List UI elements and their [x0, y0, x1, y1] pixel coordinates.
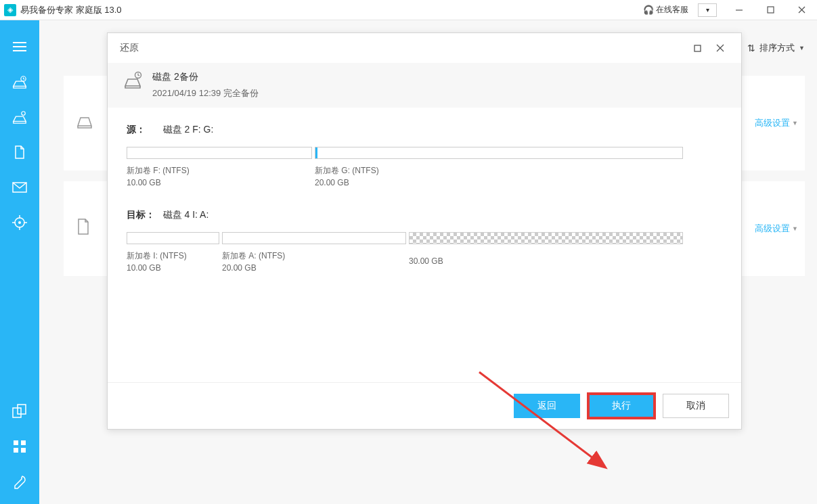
svg-rect-16	[21, 440, 26, 445]
backup-name: 磁盘 2备份	[152, 71, 259, 83]
online-support-link[interactable]: 🎧 在线客服	[643, 4, 688, 16]
dialog-footer: 返回 执行 取消	[108, 382, 741, 429]
caret-down-icon: ▼	[799, 45, 805, 51]
partition-name: 新加卷 G: (NTFS)	[315, 164, 683, 177]
disk-gear-icon	[12, 110, 27, 124]
sidebar-smart-backup[interactable]	[12, 215, 27, 230]
close-icon	[716, 44, 724, 52]
target-value: 磁盘 4 I: A:	[163, 209, 209, 220]
hamburger-icon	[13, 42, 26, 51]
grid-icon	[13, 440, 26, 453]
sidebar-disk-backup[interactable]	[12, 74, 27, 89]
maximize-icon	[767, 6, 774, 14]
dialog-header: 磁盘 2备份 2021/04/19 12:39 完全备份	[108, 63, 741, 108]
back-button[interactable]: 返回	[514, 394, 580, 418]
app-title: 易我备份专家 家庭版 13.0	[20, 4, 122, 16]
target-label: 目标：	[127, 209, 160, 221]
svg-rect-17	[14, 448, 18, 453]
dialog-titlebar: 还原	[108, 33, 741, 63]
target-partition-bar	[127, 232, 683, 244]
sidebar-file-backup[interactable]	[12, 145, 27, 160]
source-partition-bar	[127, 147, 683, 159]
advanced-label: 高级设置	[755, 223, 790, 235]
wrench-icon	[12, 474, 27, 489]
partition-size: 20.00 GB	[315, 177, 683, 189]
svg-rect-14	[18, 405, 26, 414]
partition-name: 新加卷 F: (NTFS)	[127, 164, 312, 177]
clone-icon	[12, 404, 27, 419]
partition-label: 新加卷 I: (NTFS) 10.00 GB	[127, 250, 219, 274]
partition-unallocated	[409, 232, 683, 244]
partition-size: 20.00 GB	[222, 262, 406, 274]
svg-point-5	[22, 112, 26, 116]
minimize-icon	[735, 6, 743, 14]
caret-down-icon: ▼	[792, 225, 798, 232]
sidebar-system-backup[interactable]	[12, 110, 27, 124]
cancel-label: 取消	[686, 400, 705, 412]
sort-button[interactable]: ⇅ 排序方式 ▼	[747, 42, 805, 54]
partition-label: 新加卷 F: (NTFS) 10.00 GB	[127, 164, 312, 189]
advanced-settings-link[interactable]: 高级设置 ▼	[755, 223, 798, 235]
caret-down-icon: ▼	[792, 120, 798, 127]
dropdown-toggle[interactable]: ▾	[698, 3, 717, 17]
sidebar-settings[interactable]	[12, 474, 27, 489]
proceed-button[interactable]: 执行	[588, 394, 655, 418]
source-value: 磁盘 2 F: G:	[163, 124, 214, 135]
file-icon	[13, 145, 26, 160]
file-icon	[76, 218, 91, 239]
sort-icon: ⇅	[747, 43, 755, 53]
target-icon	[12, 215, 27, 230]
sidebar-tools[interactable]	[12, 439, 27, 454]
svg-rect-15	[14, 440, 18, 445]
advanced-settings-link[interactable]: 高级设置 ▼	[755, 117, 798, 129]
close-button[interactable]	[786, 0, 817, 20]
partition-label: 30.00 GB	[409, 250, 683, 274]
dialog-maximize-button[interactable]	[686, 38, 709, 58]
svg-rect-19	[694, 45, 701, 51]
app-logo-icon: ◈	[4, 4, 16, 16]
mail-icon	[12, 182, 27, 193]
partition-segment	[315, 147, 683, 159]
content-pane: ⇅ 排序方式 ▼ 高级设置 ▼ 高级设置 ▼ 还原	[39, 20, 817, 504]
partition-segment	[222, 232, 406, 244]
partition-size: 10.00 GB	[127, 177, 312, 189]
sidebar-mail-backup[interactable]	[12, 180, 27, 195]
support-label: 在线客服	[656, 4, 688, 16]
partition-segment	[127, 147, 312, 159]
disk-clock-icon	[12, 74, 27, 89]
restore-dialog: 还原 磁盘 2备份 2021/04/19 12:39 完全备份	[107, 32, 742, 430]
partition-label: 新加卷 G: (NTFS) 20.00 GB	[315, 164, 683, 189]
dialog-title: 还原	[120, 42, 139, 54]
svg-rect-1	[768, 7, 774, 13]
partition-name: 新加卷 A: (NTFS)	[222, 250, 406, 262]
disk-clock-icon	[123, 71, 143, 91]
proceed-label: 执行	[612, 400, 631, 412]
partition-segment	[127, 232, 219, 244]
cancel-button[interactable]: 取消	[663, 394, 729, 418]
close-icon	[798, 6, 805, 14]
minimize-button[interactable]	[724, 0, 755, 20]
svg-point-8	[18, 221, 21, 224]
sidebar-clone[interactable]	[12, 404, 27, 419]
disk-icon	[76, 114, 93, 133]
advanced-label: 高级设置	[755, 117, 790, 129]
backup-timestamp: 2021/04/19 12:39 完全备份	[152, 87, 259, 99]
headset-icon: 🎧	[643, 5, 654, 15]
sort-label: 排序方式	[759, 42, 795, 54]
svg-rect-18	[21, 448, 26, 453]
maximize-icon	[694, 45, 701, 52]
sidebar	[0, 20, 39, 504]
partition-size: 10.00 GB	[127, 262, 219, 274]
svg-rect-13	[13, 408, 21, 417]
partition-size: 30.00 GB	[409, 255, 683, 267]
partition-label: 新加卷 A: (NTFS) 20.00 GB	[222, 250, 406, 274]
dialog-close-button[interactable]	[709, 38, 732, 58]
back-label: 返回	[537, 400, 556, 412]
source-label: 源：	[127, 124, 160, 136]
app-titlebar: ◈ 易我备份专家 家庭版 13.0 🎧 在线客服 ▾	[0, 0, 817, 20]
maximize-button[interactable]	[755, 0, 786, 20]
partition-name: 新加卷 I: (NTFS)	[127, 250, 219, 262]
menu-button[interactable]	[12, 39, 27, 54]
